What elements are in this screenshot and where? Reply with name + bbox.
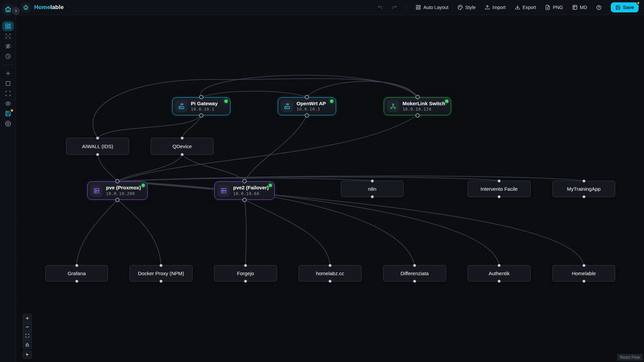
node-mokerlink-switch[interactable]: MokerLink Switch10.0.10.124 — [384, 97, 451, 115]
node-title: MokerLink Switch — [402, 101, 445, 107]
rail-button-plus[interactable] — [2, 68, 14, 78]
edge-aiwall-ids-to-pve-proxmox — [98, 155, 117, 181]
zoom-out-button[interactable] — [23, 323, 32, 331]
rail-button-fit[interactable] — [2, 88, 14, 99]
handle-bottom[interactable] — [75, 280, 78, 283]
zoom-in-button[interactable] — [23, 314, 32, 323]
handle-top[interactable] — [115, 179, 120, 183]
png-export-button[interactable]: PNG — [545, 5, 563, 10]
status-online-dot — [269, 184, 272, 187]
handle-bottom[interactable] — [181, 153, 183, 156]
handle-top[interactable] — [160, 264, 162, 267]
react-flow-attribution[interactable]: React Flow — [617, 354, 643, 361]
node-intervento-facile[interactable]: Intervento Facile — [468, 181, 531, 197]
handle-bottom[interactable] — [371, 195, 374, 198]
rail-button-history[interactable] — [2, 51, 14, 61]
rail-button-save[interactable] — [2, 109, 14, 119]
help-button[interactable] — [596, 5, 602, 10]
handle-bottom[interactable] — [115, 198, 120, 202]
node-qdevice[interactable]: QDevice — [151, 138, 214, 155]
export-button[interactable]: Export — [515, 5, 536, 10]
handle-bottom[interactable] — [498, 280, 500, 283]
rail-button-eye-off[interactable] — [2, 41, 14, 51]
undo-button[interactable] — [377, 5, 383, 10]
handle-top[interactable] — [371, 180, 374, 182]
canvas[interactable]: React Flow Pi Gateway10.0.10.1OpenWrt AP… — [16, 15, 644, 362]
handle-top[interactable] — [96, 137, 99, 139]
handle-top[interactable] — [75, 264, 78, 267]
handle-top[interactable] — [243, 179, 247, 183]
handle-bottom[interactable] — [244, 280, 247, 283]
handle-bottom[interactable] — [160, 280, 162, 283]
import-button[interactable]: Import — [485, 5, 506, 10]
redo-button[interactable] — [392, 5, 397, 10]
rail-button-eye[interactable] — [2, 99, 14, 109]
node-pve-proxmox[interactable]: pve (Proxmox)10.0.10.200 — [87, 181, 148, 200]
node-title: pve2 (Failover) — [233, 185, 269, 191]
fit-view-button[interactable] — [23, 331, 32, 340]
node-authentik[interactable]: Authentik — [468, 265, 531, 282]
node-label: MyTrainingApp — [567, 186, 600, 192]
handle-top[interactable] — [498, 180, 500, 182]
handle-top[interactable] — [415, 95, 420, 99]
auto-layout-label: Auto Layout — [423, 5, 448, 10]
rail-button-scan-dash[interactable] — [2, 31, 14, 41]
upload-icon — [485, 5, 490, 10]
node-aiwall-ids[interactable]: AIWALL (IDS) — [66, 138, 129, 155]
rail-button-square[interactable] — [2, 78, 14, 88]
rail-button-gear[interactable] — [2, 119, 14, 129]
node-grafana[interactable]: Grafana — [45, 265, 108, 282]
rail-divider — [3, 65, 13, 65]
save-icon — [5, 111, 11, 117]
node-differenziata[interactable]: Differenziata — [383, 265, 446, 282]
lock-button[interactable] — [23, 340, 32, 349]
node-openwrt-ap[interactable]: OpenWrt AP10.0.10.3 — [278, 97, 336, 115]
handle-bottom[interactable] — [305, 113, 309, 118]
edge-pve2-failover-to-forgejo — [245, 200, 246, 265]
save-button[interactable]: Save — [611, 2, 639, 12]
node-pve2-failover[interactable]: pve2 (Failover)10.0.10.66 — [214, 181, 275, 200]
node-homelabz-cc[interactable]: homelabz.cc — [299, 265, 362, 282]
edge-pve-proxmox-to-grafana — [76, 200, 117, 265]
style-label: Style — [465, 5, 476, 10]
handle-bottom[interactable] — [96, 153, 99, 156]
sidebar-expand-button[interactable] — [12, 7, 20, 15]
handle-bottom[interactable] — [498, 195, 500, 198]
handle-bottom[interactable] — [583, 280, 585, 283]
handle-top[interactable] — [583, 264, 585, 267]
edge-pi-gateway-to-mokerlink-switch — [201, 75, 417, 97]
node-icon-chip — [281, 100, 293, 112]
node-docker-proxy-npm[interactable]: Docker Proxy (NPM) — [129, 265, 193, 282]
style-button[interactable]: Style — [458, 5, 476, 10]
node-label: Homelable — [572, 270, 596, 276]
handle-top[interactable] — [199, 95, 204, 99]
save-label: Save — [623, 5, 634, 10]
handle-top[interactable] — [498, 264, 500, 267]
rail-button-dashboard[interactable] — [2, 21, 14, 31]
handle-top[interactable] — [413, 264, 416, 267]
handle-bottom[interactable] — [243, 198, 247, 202]
unsaved-changes-dot — [637, 1, 640, 5]
handle-bottom[interactable] — [583, 195, 585, 198]
node-pi-gateway[interactable]: Pi Gateway10.0.10.1 — [172, 97, 230, 115]
pointer-icon — [25, 353, 30, 357]
handle-bottom[interactable] — [329, 280, 331, 283]
node-n8n[interactable]: n8n — [341, 181, 404, 197]
node-forgejo[interactable]: Forgejo — [214, 265, 277, 282]
pointer-mode-button[interactable] — [22, 350, 32, 359]
handle-bottom[interactable] — [413, 280, 416, 283]
handle-top[interactable] — [329, 264, 331, 267]
fit-view-icon — [25, 334, 30, 338]
handle-top[interactable] — [181, 137, 183, 139]
handle-top[interactable] — [244, 264, 247, 267]
auto-layout-button[interactable]: Auto Layout — [416, 5, 448, 10]
handle-top[interactable] — [583, 180, 585, 182]
left-rail — [0, 0, 16, 362]
md-export-button[interactable]: MD — [572, 5, 587, 10]
node-mytrainingapp[interactable]: MyTrainingApp — [552, 181, 615, 197]
handle-bottom[interactable] — [415, 113, 420, 118]
node-homelable[interactable]: Homelable — [552, 265, 615, 282]
handle-top[interactable] — [305, 95, 309, 99]
edge-pi-gateway-to-aiwall-ids — [98, 115, 201, 138]
handle-bottom[interactable] — [199, 113, 204, 118]
